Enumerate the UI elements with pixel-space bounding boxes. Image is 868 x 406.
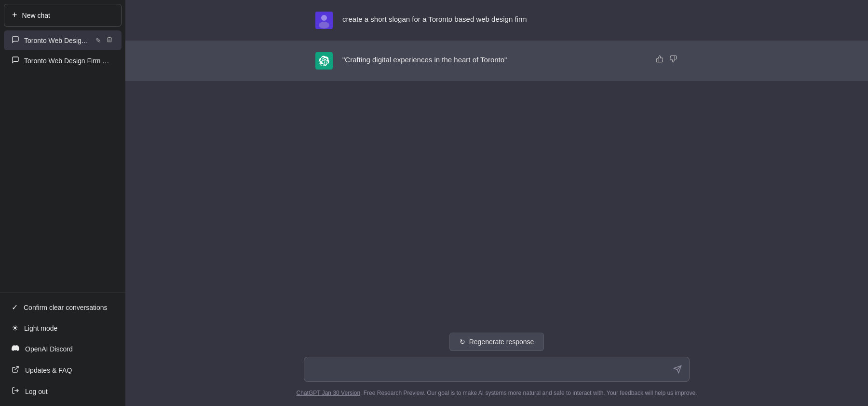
user-message-text: create a short slogan for a Toronto base… [342,15,527,23]
chat-list: Toronto Web Design Sl ✎ [4,30,122,70]
confirm-clear-button[interactable]: ✓ Confirm clear conversations [4,297,122,318]
delete-chat-button[interactable] [105,35,114,45]
discord-icon [12,344,19,354]
plus-icon: + [12,10,17,20]
discord-label: OpenAI Discord [25,345,73,353]
sun-icon: ☀ [12,323,18,333]
faq-label: Updates & FAQ [25,366,72,374]
footer-text: ChatGPT Jan 30 Version. Free Research Pr… [297,388,697,402]
user-message-row: create a short slogan for a Toronto base… [125,0,868,41]
confirm-clear-label: Confirm clear conversations [24,304,108,311]
chat-area: create a short slogan for a Toronto base… [125,0,868,325]
user-message-inner: create a short slogan for a Toronto base… [304,12,690,29]
chat-input[interactable] [304,357,690,382]
edit-chat-button[interactable]: ✎ [95,36,102,45]
logout-label: Log out [25,388,48,395]
svg-point-4 [319,22,329,28]
external-link-icon [12,365,19,375]
chat-item-actions: ✎ [95,35,114,45]
light-mode-button[interactable]: ☀ Light mode [4,318,122,338]
light-mode-label: Light mode [24,324,57,332]
check-icon: ✓ [12,303,18,312]
assistant-message-text: "Crafting digital experiences in the hea… [342,56,507,64]
main-content: create a short slogan for a Toronto base… [125,0,868,406]
regenerate-label: Regenerate response [469,338,534,346]
logout-button[interactable]: Log out [4,381,122,402]
chat-item-label-2: Toronto Web Design Firm CTA [24,57,114,65]
assistant-message-row: "Crafting digital experiences in the hea… [125,41,868,81]
chat-bubble-icon-2 [12,56,19,65]
faq-button[interactable]: Updates & FAQ [4,360,122,381]
assistant-message-content: "Crafting digital experiences in the hea… [342,52,645,66]
thumbs-up-button[interactable] [655,54,665,66]
regenerate-icon: ↻ [460,338,465,346]
new-chat-label: New chat [22,12,50,19]
regenerate-button[interactable]: ↻ Regenerate response [449,333,544,351]
discord-button[interactable]: OpenAI Discord [4,338,122,360]
user-message-content: create a short slogan for a Toronto base… [342,12,678,25]
chat-item-active[interactable]: Toronto Web Design Sl ✎ [4,30,122,50]
thumbs-down-button[interactable] [668,54,678,66]
sidebar-bottom: ✓ Confirm clear conversations ☀ Light mo… [0,293,125,406]
user-avatar [315,12,333,29]
svg-line-0 [15,366,18,370]
assistant-avatar [315,52,333,70]
chat-bubble-icon [12,36,19,45]
logout-icon [12,387,19,396]
version-link[interactable]: ChatGPT Jan 30 Version [297,390,361,396]
send-button[interactable] [671,363,684,378]
sidebar: + New chat Toronto Web Design Sl ✎ [0,0,125,406]
sidebar-top: + New chat Toronto Web Design Sl ✎ [0,0,125,293]
input-wrapper [304,357,690,384]
assistant-message-inner: "Crafting digital experiences in the hea… [304,52,690,70]
footer-description: . Free Research Preview. Our goal is to … [360,390,697,396]
input-area: ↻ Regenerate response ChatGPT Jan 30 Ver… [125,325,868,406]
new-chat-button[interactable]: + New chat [4,4,122,27]
message-feedback [655,52,678,66]
svg-point-3 [321,15,327,21]
chat-item-2[interactable]: Toronto Web Design Firm CTA [4,51,122,70]
chat-item-label-1: Toronto Web Design Sl [24,37,90,44]
